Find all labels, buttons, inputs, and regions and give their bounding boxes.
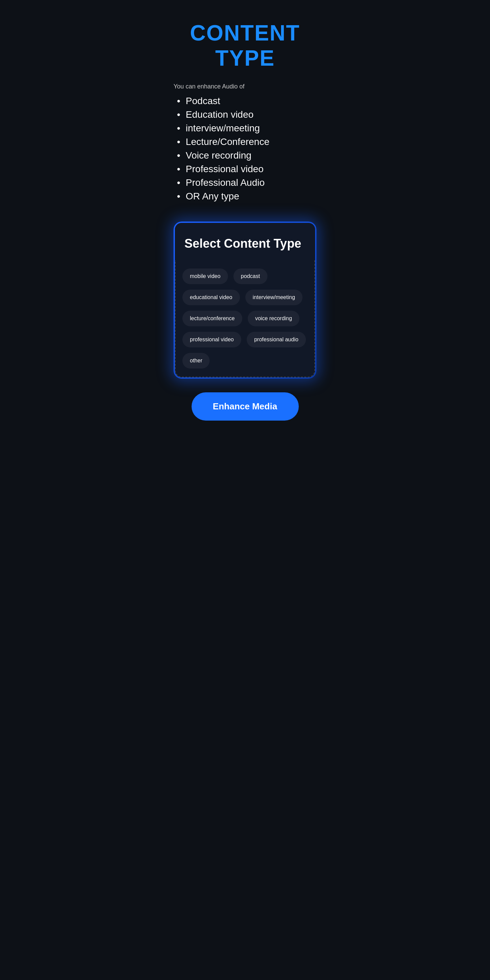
list-item-1: Education video [177,109,269,120]
chip-mobile-video[interactable]: mobile video [182,269,228,284]
card-header: Select Content Type [175,223,315,260]
list-item-2: interview/meeting [177,123,269,134]
enhance-media-button[interactable]: Enhance Media [192,392,299,421]
chip-other[interactable]: other [182,353,210,369]
page-title: CONTENT TYPE [173,21,317,71]
chip-professional-audio[interactable]: professional audio [247,332,306,347]
chip-voice-recording[interactable]: voice recording [248,311,300,326]
chips-container: mobile videopodcasteducational videointe… [175,260,315,377]
list-item-3: Lecture/Conference [177,137,269,147]
list-item-6: Professional Audio [177,177,269,188]
list-item-0: Podcast [177,95,269,107]
chip-interview-meeting[interactable]: interview/meeting [245,290,303,305]
card-inner: Select Content Type mobile videopodcaste… [175,223,315,377]
card-container: Select Content Type mobile videopodcaste… [173,221,317,379]
intro-text: You can enhance Audio of [173,83,245,90]
page-container: CONTENT TYPE You can enhance Audio of Po… [163,0,327,980]
content-list: PodcastEducation videointerview/meetingL… [177,95,269,205]
chip-podcast[interactable]: podcast [234,269,267,284]
chip-professional-video[interactable]: professional video [182,332,241,347]
card-title: Select Content Type [185,237,305,251]
list-item-7: OR Any type [177,191,269,202]
chip-lecture-conference[interactable]: lecture/conference [182,311,242,326]
chip-educational-video[interactable]: educational video [182,290,240,305]
list-item-5: Professional video [177,164,269,175]
list-item-4: Voice recording [177,150,269,161]
